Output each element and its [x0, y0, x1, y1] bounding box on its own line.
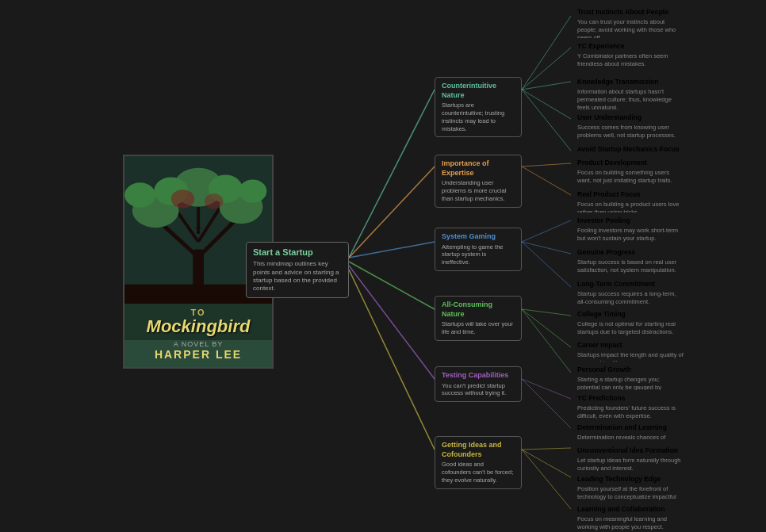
svg-line-23 — [349, 166, 435, 258]
svg-line-37 — [522, 242, 571, 287]
leaf-college-timing[interactable]: College Timing College is not optimal fo… — [571, 306, 690, 340]
leaf-title: College Timing — [577, 310, 684, 319]
leaf-desc: Focus on meaningful learning and working… — [577, 515, 684, 531]
leaf-desc: Startup success requires a long-term, al… — [577, 290, 684, 306]
branch-ideas[interactable]: Getting Ideas and Cofounders Good ideas … — [435, 436, 522, 489]
svg-line-31 — [522, 90, 571, 119]
leaf-desc: Startup success is based on real user sa… — [577, 258, 684, 274]
leaf-desc: Information about startups hasn't permea… — [577, 88, 684, 111]
svg-line-28 — [522, 16, 571, 90]
svg-line-41 — [522, 379, 571, 399]
svg-point-19 — [171, 189, 194, 209]
leaf-title: Long-Term Commitment — [577, 280, 684, 289]
leaf-title: Career Impact — [577, 341, 684, 350]
book-title: Mockingbird — [128, 317, 268, 336]
svg-line-35 — [522, 220, 571, 242]
branch-ideas-desc: Good ideas and cofounders can't be force… — [442, 461, 515, 484]
leaf-title: Real Product Focus — [577, 190, 684, 199]
leaf-title: YC Predictions — [577, 394, 684, 403]
leaf-title: Trust Instincts About People — [577, 8, 684, 17]
svg-line-30 — [522, 82, 571, 90]
svg-line-42 — [522, 379, 571, 428]
svg-line-33 — [522, 163, 571, 166]
branch-gaming-desc: Attempting to game the startup system is… — [442, 243, 515, 266]
branch-allconsuming[interactable]: All-Consuming Nature Startups will take … — [435, 296, 522, 341]
center-node[interactable]: Start a Startup This mindmap outlines ke… — [246, 242, 349, 298]
leaf-desc: Y Combinator partners often seem friendl… — [577, 52, 684, 68]
leaf-title: YC Experience — [577, 42, 684, 51]
svg-line-43 — [522, 448, 571, 450]
leaf-title: Knowledge Transmission — [577, 78, 684, 86]
branch-allconsuming-desc: Startups will take over your life and ti… — [442, 320, 515, 336]
leaf-desc: Success comes from knowing user problems… — [577, 124, 684, 140]
leaf-user-understanding[interactable]: User Understanding Success comes from kn… — [571, 109, 690, 144]
svg-line-39 — [522, 309, 571, 347]
leaf-desc: College is not optimal for starting real… — [577, 320, 684, 336]
branch-counterintuitive-desc: Startups are counterintuitive; trusting … — [442, 101, 515, 132]
branch-expertise-title: Importance of Expertise — [442, 159, 515, 178]
leaf-title: Product Development — [577, 159, 684, 167]
leaf-learning-collaboration[interactable]: Learning and Collaboration Focus on mean… — [571, 501, 690, 532]
branch-ideas-title: Getting Ideas and Cofounders — [442, 441, 515, 459]
center-node-title: Start a Startup — [253, 247, 342, 258]
branch-counterintuitive[interactable]: Counterintuitive Nature Startups are cou… — [435, 77, 522, 137]
svg-line-27 — [349, 270, 435, 450]
branch-testing-title: Testing Capabilities — [442, 371, 515, 381]
svg-point-20 — [205, 193, 224, 209]
leaf-title: Investor Pooling — [577, 216, 684, 225]
svg-line-25 — [349, 262, 435, 309]
leaf-title: Avoid Startup Mechanics Focus — [577, 145, 684, 154]
leaf-title: Genuine Progress — [577, 248, 684, 257]
leaf-title: Learning and Collaboration — [577, 505, 684, 514]
branch-expertise[interactable]: Importance of Expertise Understanding us… — [435, 155, 522, 208]
leaf-title: Leading Technology Edge — [577, 475, 684, 484]
svg-line-29 — [522, 48, 571, 90]
svg-line-32 — [522, 90, 571, 151]
svg-point-15 — [124, 182, 155, 207]
branch-testing-desc: You can't predict startup success withou… — [442, 382, 515, 398]
svg-point-18 — [239, 179, 266, 202]
svg-line-22 — [349, 90, 435, 258]
leaf-title: Personal Growth — [577, 366, 684, 374]
svg-line-38 — [522, 309, 571, 316]
svg-line-44 — [522, 450, 571, 477]
leaf-longterm-commitment[interactable]: Long-Term Commitment Startup success req… — [571, 276, 690, 310]
svg-line-36 — [522, 242, 571, 254]
leaf-desc: Focus on building something users want, … — [577, 169, 684, 185]
leaf-investor-pooling[interactable]: Investor Pooling Fooling investors may w… — [571, 212, 690, 247]
leaf-desc: Let startup ideas form naturally through… — [577, 457, 684, 473]
leaf-title: User Understanding — [577, 113, 684, 122]
svg-line-24 — [349, 242, 435, 258]
leaf-yc-experience[interactable]: YC Experience Y Combinator partners ofte… — [571, 38, 690, 72]
svg-line-45 — [522, 450, 571, 509]
leaf-desc: Predicting founders' future success is d… — [577, 404, 684, 420]
book-author-label: A NOVEL BY — [124, 340, 272, 348]
svg-line-26 — [349, 266, 435, 379]
branch-counterintuitive-title: Counterintuitive Nature — [442, 82, 515, 100]
branch-gaming-title: System Gaming — [442, 232, 515, 242]
leaf-title: Unconventional Idea Formation — [577, 446, 684, 455]
leaf-product-development[interactable]: Product Development Focus on building so… — [571, 155, 690, 189]
center-node-desc: This mindmap outlines key points and adv… — [253, 260, 342, 293]
svg-line-34 — [522, 166, 571, 195]
branch-gaming[interactable]: System Gaming Attempting to game the sta… — [435, 228, 522, 271]
svg-line-40 — [522, 309, 571, 373]
branch-allconsuming-title: All-Consuming Nature — [442, 300, 515, 319]
leaf-title: Determination and Learning — [577, 423, 684, 432]
branch-expertise-desc: Understanding user problems is more cruc… — [442, 179, 515, 202]
branch-testing[interactable]: Testing Capabilities You can't predict s… — [435, 366, 522, 402]
leaf-genuine-progress[interactable]: Genuine Progress Startup success is base… — [571, 244, 690, 278]
leaf-desc: Fooling investors may work short-term bu… — [577, 227, 684, 243]
book-subtitle-to: To — [128, 308, 268, 317]
book-author: HARPER LEE — [124, 348, 272, 361]
